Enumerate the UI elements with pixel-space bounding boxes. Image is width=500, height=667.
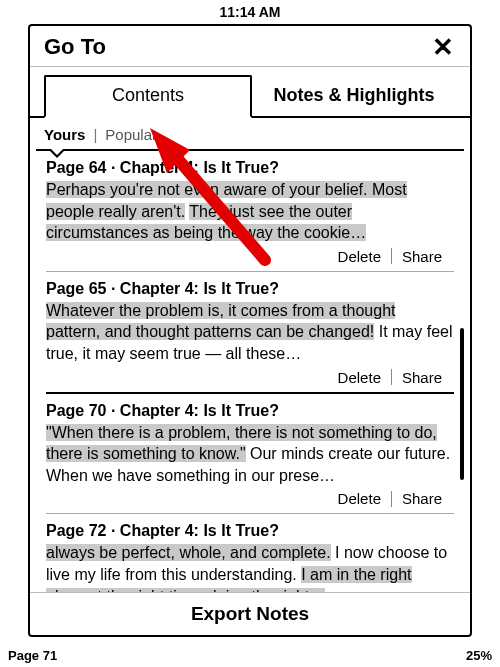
note-header: Page 65 · Chapter 4: Is It True?: [46, 280, 454, 300]
note-item[interactable]: Page 72 · Chapter 4: Is It True?always b…: [44, 514, 456, 592]
share-button[interactable]: Share: [392, 248, 452, 265]
note-body: Whatever the problem is, it comes from a…: [46, 300, 454, 365]
note-body: "When there is a problem, there is not s…: [46, 422, 454, 487]
scrollbar-thumb[interactable]: [460, 328, 464, 480]
subtabs-row: Yours | Popular: [30, 118, 470, 149]
note-body: always be perfect, whole, and complete. …: [46, 542, 454, 592]
scrollbar-track[interactable]: [460, 155, 464, 588]
notes-scroll[interactable]: Page 64 · Chapter 4: Is It True?Perhaps …: [36, 151, 464, 592]
share-button[interactable]: Share: [392, 490, 452, 507]
subtab-separator: |: [93, 126, 97, 143]
modal-title: Go To: [44, 34, 430, 60]
note-item[interactable]: Page 64 · Chapter 4: Is It True?Perhaps …: [44, 151, 456, 271]
note-actions: DeleteShare: [46, 486, 454, 513]
tab-notes-highlights[interactable]: Notes & Highlights: [252, 77, 456, 116]
note-item[interactable]: Page 65 · Chapter 4: Is It True?Whatever…: [44, 272, 456, 392]
share-button[interactable]: Share: [392, 369, 452, 386]
export-notes-button[interactable]: Export Notes: [30, 592, 470, 635]
delete-button[interactable]: Delete: [328, 369, 391, 386]
subtab-yours[interactable]: Yours: [44, 126, 85, 143]
note-body: Perhaps you're not even aware of your be…: [46, 179, 454, 244]
close-icon[interactable]: ✕: [430, 34, 456, 60]
note-item[interactable]: Page 70 · Chapter 4: Is It True?"When th…: [44, 394, 456, 514]
tabs-row: Contents Notes & Highlights: [30, 67, 470, 116]
subtab-active-caret-fill: [50, 148, 64, 155]
note-actions: DeleteShare: [46, 244, 454, 271]
note-header: Page 72 · Chapter 4: Is It True?: [46, 522, 454, 542]
footer-percent: 25%: [466, 648, 492, 663]
footer-page: Page 71: [8, 648, 57, 663]
note-header: Page 70 · Chapter 4: Is It True?: [46, 402, 454, 422]
notes-list-area: Page 64 · Chapter 4: Is It True?Perhaps …: [36, 149, 464, 592]
note-header: Page 64 · Chapter 4: Is It True?: [46, 159, 454, 179]
footer-bar: Page 71 25%: [0, 644, 500, 667]
tab-contents[interactable]: Contents: [44, 75, 252, 118]
delete-button[interactable]: Delete: [328, 490, 391, 507]
delete-button[interactable]: Delete: [328, 248, 391, 265]
highlighted-text: always be perfect, whole, and complete.: [46, 544, 331, 561]
note-actions: DeleteShare: [46, 365, 454, 392]
highlighted-text: Whatever the problem is, it comes from a…: [46, 302, 395, 341]
subtab-popular[interactable]: Popular: [105, 126, 157, 143]
status-bar-time: 11:14 AM: [0, 0, 500, 22]
goto-modal: Go To ✕ Contents Notes & Highlights Your…: [28, 24, 472, 637]
